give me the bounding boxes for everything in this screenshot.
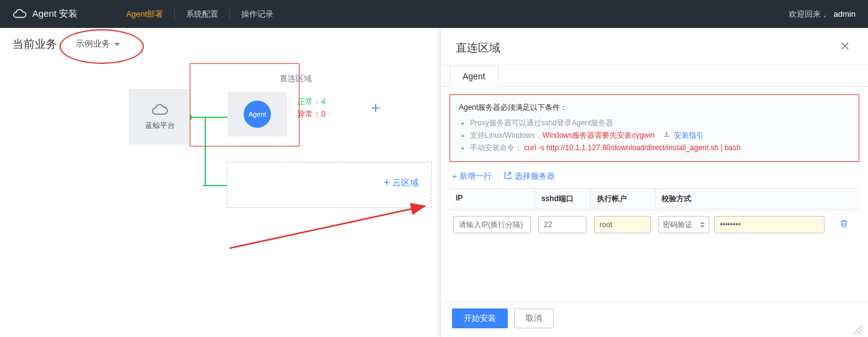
drawer-body: Agent服务器必须满足以下条件： Proxy服务器可以通过sshd登录Agen… <box>441 86 868 302</box>
close-button[interactable] <box>837 38 853 57</box>
row-toolbar: + 新增一行 选择服务器 <box>450 162 859 188</box>
cloud-area[interactable]: + 云区域 <box>227 162 432 208</box>
auth-select[interactable]: 密码验证 <box>658 216 709 233</box>
download-icon <box>663 129 670 137</box>
drawer-header: 直连区域 <box>441 28 868 65</box>
username: admin <box>834 9 856 19</box>
user-input[interactable] <box>594 216 651 233</box>
agent-badge: Agent <box>244 101 271 128</box>
biz-select[interactable]: 示例业务 <box>76 38 120 50</box>
requirement-item: Proxy服务器可以通过sshd登录Agent服务器 <box>470 117 850 129</box>
col-port: sshd端口 <box>534 189 590 209</box>
add-cloud-area-button[interactable]: + 云区域 <box>383 176 418 189</box>
biz-label: 当前业务 <box>12 37 57 52</box>
col-auth: 校验方式 <box>655 189 859 209</box>
submit-button[interactable]: 开始安装 <box>452 308 508 328</box>
plus-icon <box>369 101 383 115</box>
add-direct-area-button[interactable] <box>367 99 384 117</box>
tab-agent[interactable]: Agent <box>450 66 498 87</box>
svg-line-1 <box>229 206 425 248</box>
biz-selected-value: 示例业务 <box>76 38 110 50</box>
cloud-area-label: 云区域 <box>392 177 418 189</box>
direct-area-title: 直连区域 <box>190 65 401 84</box>
requirement-item: 支持Linux/Windows，Windows服务器需要先安装cygwin 安装… <box>470 129 850 142</box>
requirements-box: Agent服务器必须满足以下条件： Proxy服务器可以通过sshd登录Agen… <box>450 94 859 162</box>
cancel-button[interactable]: 取消 <box>514 308 554 328</box>
plus-icon: + <box>383 176 390 189</box>
top-nav: Agent部署 系统配置 操作记录 <box>115 9 285 20</box>
main-area: 当前业务 示例业务 蓝鲸平台 直连区域 Agent 正常：4 <box>0 28 868 337</box>
close-icon <box>839 40 851 52</box>
app-header: Agent 安装 Agent部署 系统配置 操作记录 欢迎回来， admin <box>0 0 868 28</box>
nav-config[interactable]: 系统配置 <box>175 9 230 20</box>
add-row-button[interactable]: + 新增一行 <box>452 171 498 182</box>
trash-icon <box>839 218 849 228</box>
install-guide-link[interactable]: 安装指引 <box>663 131 703 140</box>
status-normal: 正常：4 <box>297 96 326 108</box>
welcome-text: 欢迎回来， <box>789 9 829 19</box>
platform-label: 蓝鲸平台 <box>145 120 175 131</box>
delete-row-button[interactable] <box>839 220 849 230</box>
requirement-item: 手动安装命令： curl -s http://10.1.1.127:80/dow… <box>470 142 850 154</box>
user-area[interactable]: 欢迎回来， admin <box>789 9 856 20</box>
plus-icon: + <box>452 171 457 181</box>
status-block: 正常：4 异常：0 <box>297 96 326 120</box>
cloud-icon <box>151 103 169 115</box>
table-header: IP sshd端口 执行帐户 校验方式 <box>450 188 859 210</box>
col-ip: IP <box>450 189 534 209</box>
ip-input[interactable] <box>453 216 531 233</box>
server-table: IP sshd端口 执行帐户 校验方式 <box>450 188 859 237</box>
app-title: Agent 安装 <box>32 8 78 20</box>
status-abnormal: 异常：0 <box>297 108 326 120</box>
nav-deploy[interactable]: Agent部署 <box>115 9 175 20</box>
port-input[interactable] <box>538 216 587 233</box>
requirements-title: Agent服务器必须满足以下条件： <box>459 102 850 113</box>
cloud-icon <box>12 7 27 22</box>
nav-logs[interactable]: 操作记录 <box>230 9 285 20</box>
platform-card[interactable]: 蓝鲸平台 <box>129 89 190 145</box>
chevron-down-icon <box>114 43 120 46</box>
drawer-title: 直连区域 <box>456 40 500 55</box>
connector-line <box>205 185 227 186</box>
agent-card[interactable]: Agent <box>228 92 287 137</box>
sort-icon <box>698 222 705 228</box>
select-server-button[interactable]: 选择服务器 <box>503 171 561 182</box>
app-logo: Agent 安装 <box>12 7 78 22</box>
password-input[interactable] <box>714 216 825 233</box>
side-drawer: 直连区域 Agent Agent服务器必须满足以下条件： Proxy服务器可以通… <box>440 28 868 337</box>
auth-selected: 密码验证 <box>663 220 693 230</box>
table-row: 密码验证 <box>450 210 859 237</box>
import-icon <box>503 171 512 182</box>
drawer-footer: 开始安装 取消 <box>441 302 868 337</box>
drawer-tabs: Agent <box>441 65 868 86</box>
direct-area: 直连区域 Agent 正常：4 异常：0 <box>190 65 401 144</box>
col-user: 执行帐户 <box>590 189 655 209</box>
